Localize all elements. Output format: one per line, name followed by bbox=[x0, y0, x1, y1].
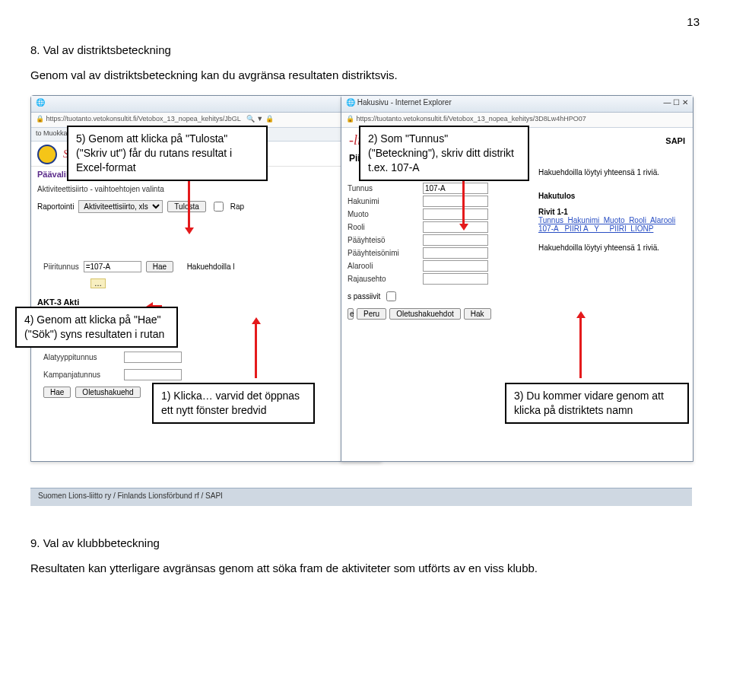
rap-checkbox[interactable] bbox=[214, 202, 224, 212]
lbl-passiivit: s passiivit bbox=[348, 292, 380, 301]
lbl-muoto: Muoto bbox=[348, 210, 420, 218]
tulosta-button[interactable]: Tulosta bbox=[167, 201, 205, 212]
btn-peru2[interactable]: Peru bbox=[357, 308, 386, 320]
lbl-paayhteiso: Pääyhteisö bbox=[348, 236, 420, 244]
right-window-titlebar: 🌐 Hakusivu - Internet Explorer — ☐ ✕ bbox=[341, 96, 693, 113]
section9-title: 9. Val av klubbbeteckning bbox=[30, 536, 700, 549]
result-columns: Tunnus Hakunimi Muoto Rooli Alarooli bbox=[538, 216, 687, 224]
right-tab-title: Hakusivu - Internet Explorer bbox=[357, 98, 452, 107]
callout-1: 1) Klicka… varvid det öppnas ett nytt fö… bbox=[152, 383, 315, 424]
lbl-tunnus: Tunnus bbox=[348, 184, 420, 192]
input-rooli[interactable] bbox=[423, 221, 488, 233]
lbl-hakunimi: Hakunimi bbox=[348, 197, 420, 205]
hakuehdoilla-text2: Hakuehdoilla löytyi yhteensä 1 riviä. bbox=[538, 243, 687, 252]
hakuehdoilla-label: Hakuehdoilla l bbox=[187, 262, 235, 271]
rivit-label2: Rivit 1-1 bbox=[538, 208, 687, 216]
footer-bar: Suomen Lions-liitto ry / Finlands Lionsf… bbox=[30, 488, 692, 506]
input-paayhteiso[interactable] bbox=[423, 234, 488, 246]
arrow-c1 bbox=[255, 323, 257, 378]
input-muoto[interactable] bbox=[423, 208, 488, 220]
section9-body: Resultaten kan ytterligare avgränsas gen… bbox=[30, 562, 700, 574]
input-paayhteisonimi[interactable] bbox=[423, 247, 488, 259]
btn-hak[interactable]: Hak bbox=[464, 308, 491, 320]
right-form: Hae Peru Tunnus Hakunimi Muoto Rooli Pää… bbox=[341, 165, 532, 323]
input-hakunimi[interactable] bbox=[423, 196, 488, 207]
lions-logo-icon bbox=[37, 145, 57, 164]
callout-4: 4) Genom att klicka på "Hae" ("Sök") syn… bbox=[15, 307, 178, 348]
section8-intro: Genom val av distriktsbeteckning kan du … bbox=[30, 68, 700, 81]
left-subtitle: Aktiviteettisiirto - vaihtoehtojen valin… bbox=[31, 182, 381, 196]
right-url-text: https://tuotanto.vetokonsultit.fi/Vetobo… bbox=[357, 115, 586, 123]
tiny-e-button[interactable]: e bbox=[348, 308, 354, 320]
rap-label: Rap bbox=[230, 202, 244, 211]
kampanja-label: Kampanjatunnus bbox=[43, 371, 119, 379]
diagram: 🌐 🔒 https://tuotanto.vetokonsultit.fi/Ve… bbox=[30, 95, 692, 506]
alatyyppi-input[interactable] bbox=[124, 352, 182, 363]
section8-title: 8. Val av distriktsbeteckning bbox=[30, 43, 700, 56]
bottom-oletus-button[interactable]: Oletushakuehd bbox=[75, 387, 140, 398]
input-rajausehto[interactable] bbox=[423, 273, 488, 285]
callout-2: 2) Som "Tunnus" ("Beteckning"), skriv di… bbox=[359, 126, 529, 181]
btn-oletus[interactable]: Oletushakuehdot bbox=[389, 308, 461, 320]
input-alarooli[interactable] bbox=[423, 260, 488, 272]
lbl-rooli: Rooli bbox=[348, 223, 420, 231]
piiritunnus-input[interactable] bbox=[84, 261, 141, 272]
page-number: 13 bbox=[30, 15, 700, 28]
lbl-rajausehto: Rajausehto bbox=[348, 275, 420, 283]
arrow-c3 bbox=[579, 317, 582, 378]
result-row[interactable]: 107-A PIIRI A Y PIIRI LIONP bbox=[538, 224, 687, 233]
sapi-label: SAPI bbox=[665, 136, 685, 145]
right-results: Hakuehdoilla löytyi yhteensä 1 riviä. Ha… bbox=[532, 165, 693, 323]
left-url-text: https://tuotanto.vetokonsultit.fi/Vetobo… bbox=[46, 115, 241, 123]
hakuehdoilla-text: Hakuehdoilla löytyi yhteensä 1 riviä. bbox=[538, 168, 687, 177]
arrow-c5 bbox=[188, 179, 190, 228]
callout-3: 3) Du kommer vidare genom att klicka på … bbox=[505, 383, 689, 424]
piiritunnus-dots-link[interactable]: … bbox=[90, 278, 106, 288]
arrow-c2 bbox=[462, 179, 465, 224]
callout-5: 5) Genom att klicka på "Tulosta" ("Skriv… bbox=[67, 126, 268, 181]
raportointi-label: Raportointi bbox=[37, 202, 74, 211]
hakutulos-heading: Hakutulos bbox=[538, 192, 687, 200]
bottom-hae-button[interactable]: Hae bbox=[43, 387, 71, 398]
lbl-alarooli: Alarooli bbox=[348, 262, 420, 270]
chk-passiivit[interactable] bbox=[386, 291, 396, 301]
raportointi-select[interactable]: Aktiviteettisiirto, xls bbox=[78, 200, 163, 213]
piiritunnus-label: Piiritunnus bbox=[43, 262, 79, 271]
kampanja-input[interactable] bbox=[124, 369, 182, 380]
piiritunnus-block: Piiritunnus Hae Hakuehdoilla l … bbox=[31, 255, 381, 294]
alatyyppi-label: Alatyyppitunnus bbox=[43, 353, 119, 361]
lbl-paayhteisonimi: Pääyhteisönimi bbox=[348, 249, 420, 257]
hae-button[interactable]: Hae bbox=[146, 261, 173, 272]
left-report-row: Raportointi Aktiviteettisiirto, xls Tulo… bbox=[31, 196, 381, 217]
input-tunnus[interactable] bbox=[423, 183, 488, 194]
left-window-titlebar: 🌐 bbox=[31, 96, 381, 113]
